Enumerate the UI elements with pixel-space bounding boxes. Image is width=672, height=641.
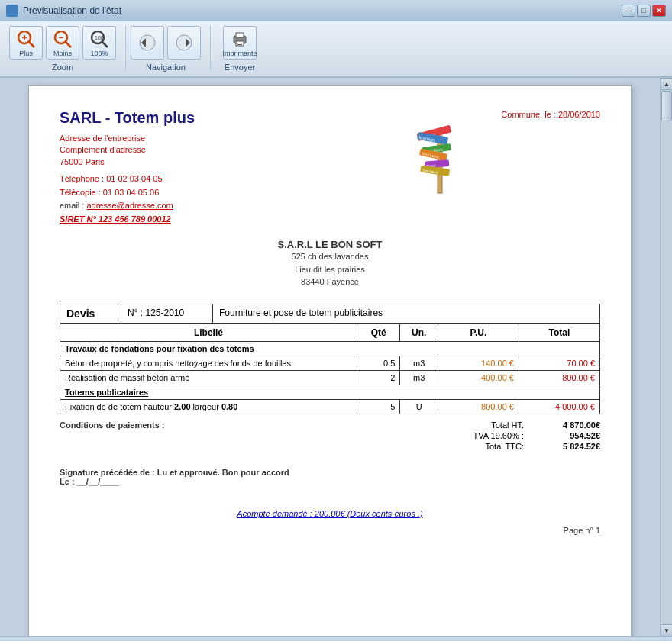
company-email: email : adresse@adresse.com — [60, 201, 379, 210]
page-number: Page n° 1 — [60, 526, 600, 535]
zoom-in-button[interactable]: Plus — [9, 26, 43, 60]
total-ttc-row: Total TTC: 5 824.52€ — [432, 442, 600, 451]
company-info: SARL - Totem plus Adresse de l'entrepris… — [60, 109, 379, 224]
header-libelle: Libellé — [60, 324, 357, 341]
header-un: Un. — [400, 324, 438, 341]
section1-title: Travaux de fondations pour fixation des … — [60, 341, 600, 356]
item1-libelle: Béton de propreté, y compris nettoyage d… — [60, 356, 357, 370]
item2-un: m3 — [400, 370, 438, 385]
nav-next-button[interactable] — [167, 26, 201, 60]
tel: Téléphone : 01 02 03 04 05 — [60, 172, 379, 186]
item3-un: U — [400, 399, 438, 414]
title-bar: Previsualisation de l'état — □ ✕ — [0, 0, 672, 21]
fax: Télécopie : 01 03 04 05 06 — [60, 186, 379, 200]
zoom-in-label: Plus — [19, 50, 33, 57]
minimize-button[interactable]: — — [622, 5, 635, 17]
main-area: SARL - Totem plus Adresse de l'entrepris… — [0, 78, 672, 636]
recipient-name: S.A.R.L LE BON SOFT — [60, 239, 600, 250]
nav-prev-button[interactable] — [131, 26, 164, 60]
recipient-addr3: 83440 Fayence — [60, 275, 600, 288]
totem-logo: Moscou Manège Mont-Blanc Tizi-Ouzou — [405, 113, 474, 197]
print-buttons: Imprimante — [223, 26, 257, 60]
item1-qte: 0.5 — [357, 356, 400, 370]
section2-title-row: Totems publicataires — [60, 385, 600, 399]
item3-pu: 800.00 € — [438, 399, 519, 414]
recipient-block: S.A.R.L LE BON SOFT 525 ch des lavandes … — [60, 239, 600, 288]
bottom-bar — [0, 636, 672, 641]
zoom-out-icon — [52, 28, 73, 50]
recipient-addr2: Lieu dit les prairies — [60, 263, 600, 276]
document-page: SARL - Totem plus Adresse de l'entrepris… — [28, 85, 632, 636]
svg-rect-18 — [237, 44, 242, 45]
signature-block: Signature précédée de : Lu et approuvé. … — [60, 468, 600, 486]
send-group: Imprimante Envoyer — [212, 26, 273, 72]
svg-rect-17 — [237, 43, 242, 43]
table-row: Béton de propreté, y compris nettoyage d… — [60, 356, 600, 370]
scroll-up-button[interactable]: ▲ — [661, 78, 672, 90]
header-total: Total — [519, 324, 599, 341]
app-icon — [6, 5, 18, 17]
company-tel: Téléphone : 01 02 03 04 05 Télécopie : 0… — [60, 172, 379, 199]
total-ht-value: 4 870.00€ — [539, 420, 600, 430]
header-pu: P.U. — [438, 324, 519, 341]
scroll-thumb[interactable] — [661, 91, 672, 121]
recipient-address: 525 ch des lavandes Lieu dit les prairie… — [60, 250, 600, 288]
nav-group: Navigation — [128, 26, 211, 72]
recipient-addr1: 525 ch des lavandes — [60, 250, 600, 263]
svg-line-1 — [29, 42, 34, 47]
section2-title: Totems publicataires — [60, 385, 600, 399]
zoom-out-label: Moins — [53, 50, 72, 57]
conditions: Conditions de paiements : — [60, 420, 165, 430]
zoom-group: Plus Moins 100 100% Zoom — [6, 26, 126, 72]
item1-pu: 140.00 € — [438, 356, 519, 370]
page-container[interactable]: SARL - Totem plus Adresse de l'entrepris… — [0, 78, 660, 636]
items-table: Libellé Qté Un. P.U. Total Travaux de fo… — [60, 324, 600, 414]
doc-date: Commune, le : 28/06/2010 — [501, 109, 600, 224]
item2-libelle: Réalisation de massif béton armé — [60, 370, 357, 385]
print-button[interactable]: Imprimante — [223, 26, 257, 60]
printer-icon — [229, 28, 250, 50]
title-bar-text: Previsualisation de l'état — [23, 5, 622, 16]
svg-rect-15 — [236, 33, 244, 37]
item2-total: 800.00 € — [519, 370, 599, 385]
zoom-group-label: Zoom — [52, 63, 73, 72]
item1-un: m3 — [400, 356, 438, 370]
scroll-down-button[interactable]: ▼ — [661, 624, 672, 636]
zoom-100-label: 100% — [90, 50, 108, 57]
close-button[interactable]: ✕ — [652, 5, 666, 17]
title-bar-buttons: — □ ✕ — [622, 5, 666, 17]
total-ttc-label: Total TTC: — [432, 442, 524, 451]
totals-section: Conditions de paiements : Total HT: 4 87… — [60, 420, 600, 453]
zoom-100-button[interactable]: 100 100% — [82, 26, 116, 60]
nav-prev-icon — [137, 32, 158, 53]
print-label: Imprimante — [223, 50, 257, 57]
total-tva-label: TVA 19.60% : — [432, 431, 524, 440]
nav-group-label: Navigation — [146, 63, 186, 72]
item3-total: 4 000.00 € — [519, 399, 599, 414]
table-row: Réalisation de massif béton armé 2 m3 40… — [60, 370, 600, 385]
scrollbar[interactable]: ▲ ▼ — [660, 78, 672, 636]
table-header-row: Libellé Qté Un. P.U. Total — [60, 324, 600, 341]
devis-number: N° : 125-2010 — [121, 304, 213, 323]
devis-title: Devis — [60, 304, 121, 323]
header-qte: Qté — [357, 324, 400, 341]
zoom-out-button[interactable]: Moins — [46, 26, 79, 60]
totals-table: Total HT: 4 870.00€ TVA 19.60% : 954.52€… — [432, 420, 600, 453]
item3-libelle: Fixation de de totem hauteur 2.00 largeu… — [60, 399, 357, 414]
section1-title-row: Travaux de fondations pour fixation des … — [60, 341, 600, 356]
address-line1: Adresse de l'entreprise — [60, 133, 379, 144]
date-value: 28/06/2010 — [558, 110, 600, 119]
total-ht-label: Total HT: — [432, 420, 524, 430]
company-name: SARL - Totem plus — [60, 109, 379, 127]
svg-line-8 — [102, 42, 108, 47]
acompte-link[interactable]: Acompte demandé : 200.00€ (Deux cents eu… — [60, 509, 600, 518]
nav-next-icon — [173, 32, 195, 53]
company-logo: Moscou Manège Mont-Blanc Tizi-Ouzou — [402, 109, 478, 201]
company-address: Adresse de l'entreprise Complément d'adr… — [60, 133, 379, 168]
email-link: adresse@adresse.com — [86, 201, 173, 210]
total-ht-row: Total HT: 4 870.00€ — [432, 420, 600, 430]
item1-total: 70.00 € — [519, 356, 599, 370]
scroll-track[interactable] — [661, 90, 672, 624]
devis-description: Fourniture et pose de totem publicitaire… — [213, 304, 599, 323]
maximize-button[interactable]: □ — [637, 5, 651, 17]
